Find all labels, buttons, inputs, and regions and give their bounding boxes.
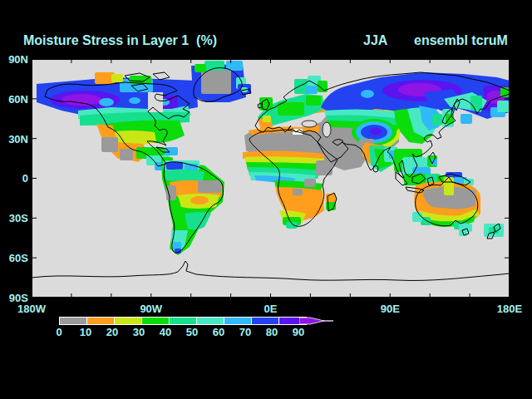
latitude-tick-label: 60N bbox=[0, 93, 28, 106]
moisture-stress-map bbox=[32, 59, 510, 298]
colorbar-tick-label: 0 bbox=[56, 326, 62, 338]
colorbar-tick-label: 60 bbox=[213, 326, 224, 338]
longitude-tick-label: 180W bbox=[17, 303, 46, 315]
longitude-tick-label: 0E bbox=[264, 303, 278, 315]
colorbar-segment bbox=[87, 318, 115, 324]
colorbar-tick-label: 40 bbox=[160, 326, 171, 338]
latitude-tick-label: 30S bbox=[0, 212, 28, 224]
colorbar-segment bbox=[197, 318, 224, 324]
colorbar-segment bbox=[170, 318, 197, 324]
colorbar-tick-label: 70 bbox=[239, 326, 251, 338]
colorbar bbox=[59, 317, 307, 325]
world-map-plot bbox=[32, 59, 510, 298]
colorbar-segment bbox=[115, 318, 142, 324]
latitude-tick-label: 0 bbox=[0, 172, 28, 185]
longitude-tick-label: 90E bbox=[381, 303, 400, 315]
plot-title: Moisture Stress in Layer 1 (%) bbox=[23, 33, 217, 48]
colorbar-tick-label: 30 bbox=[133, 326, 145, 338]
plot-window: Moisture Stress in Layer 1 (%) JJA ensem… bbox=[0, 0, 532, 399]
colorbar-segment bbox=[224, 318, 252, 324]
colorbar-tick-label: 10 bbox=[80, 326, 91, 338]
colorbar-tick-label: 20 bbox=[106, 326, 118, 338]
longitude-tick-label: 180E bbox=[497, 303, 522, 315]
longitude-tick-label: 90W bbox=[140, 303, 162, 315]
latitude-tick-label: 30N bbox=[0, 133, 28, 145]
run-label: ensembl tcruM bbox=[414, 33, 508, 48]
colorbar-tick-label: 80 bbox=[266, 326, 278, 338]
colorbar-segment bbox=[142, 318, 170, 324]
colorbar-segment bbox=[252, 318, 279, 324]
latitude-tick-label: 90N bbox=[0, 53, 28, 66]
colorbar-tick-label: 50 bbox=[186, 326, 198, 338]
colorbar-segment bbox=[60, 318, 87, 324]
latitude-tick-label: 60S bbox=[0, 252, 28, 264]
colorbar-tick-label: 90 bbox=[293, 326, 304, 338]
season-label: JJA bbox=[363, 33, 387, 48]
colorbar-over-range-arrow bbox=[299, 316, 337, 326]
